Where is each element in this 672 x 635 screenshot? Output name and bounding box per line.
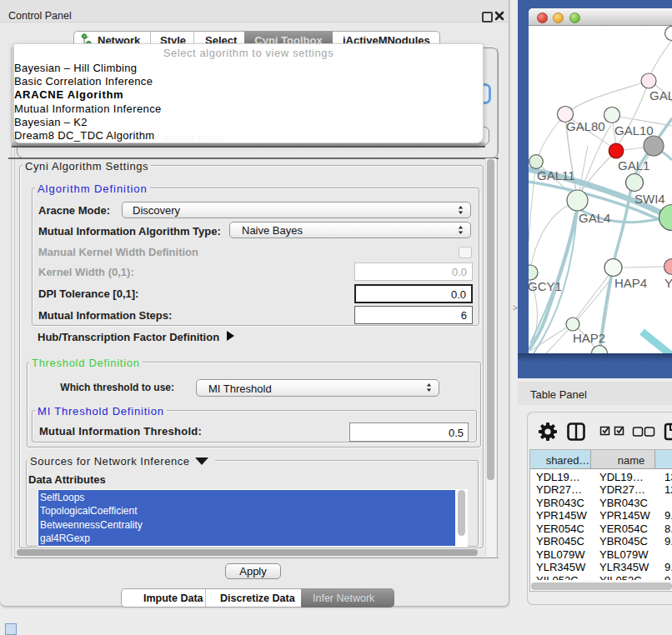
svg-text:GAL4: GAL4 (579, 211, 610, 225)
svg-text:GAL7: GAL7 (649, 88, 672, 102)
svg-text:GAL1: GAL1 (618, 158, 649, 172)
svg-text:YM: YM (664, 276, 672, 290)
svg-text:HAP4: HAP4 (614, 276, 647, 290)
svg-text:HAP2: HAP2 (573, 331, 605, 345)
svg-text:GAL80: GAL80 (566, 119, 605, 133)
svg-text:GAL11: GAL11 (537, 168, 575, 182)
svg-text:SWI4: SWI4 (634, 192, 665, 206)
svg-text:GAL10: GAL10 (614, 123, 654, 138)
svg-text:GCY1: GCY1 (529, 279, 562, 293)
